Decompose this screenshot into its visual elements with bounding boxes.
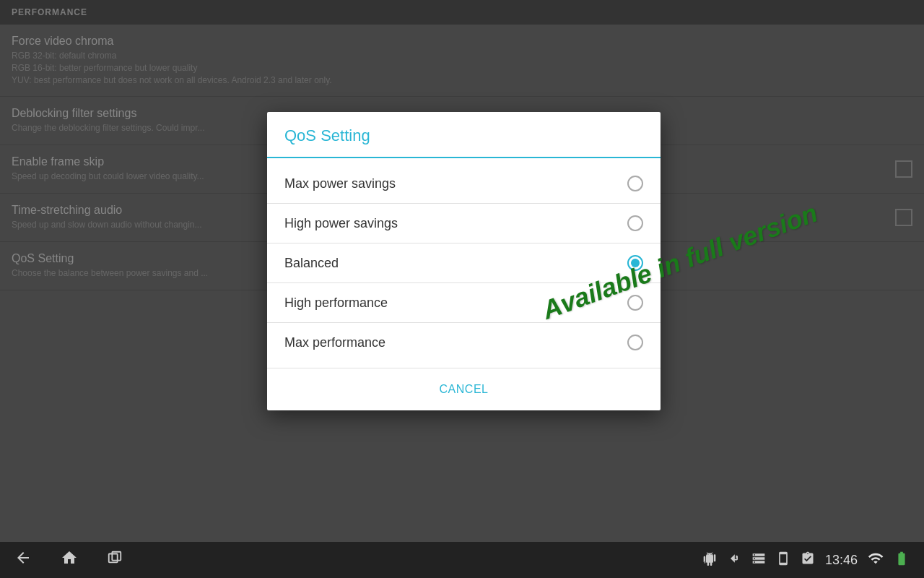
screenshot-icon	[776, 551, 790, 569]
option-label: High power savings	[284, 216, 398, 231]
dialog-options-list: Max power savings High power savings Bal…	[267, 158, 661, 368]
back-button[interactable]	[14, 549, 32, 571]
option-max-power-savings[interactable]: Max power savings	[267, 164, 661, 204]
option-max-performance[interactable]: Max performance	[267, 323, 661, 362]
dialog-actions: Cancel	[267, 368, 661, 410]
radio-balanced[interactable]	[627, 255, 643, 271]
task-icon	[801, 551, 815, 569]
option-label: Max power savings	[284, 176, 396, 191]
home-button[interactable]	[61, 549, 78, 571]
nav-right-status: 13:46	[702, 551, 910, 570]
recents-button[interactable]	[107, 550, 123, 570]
radio-selected-indicator	[631, 259, 640, 267]
usb-icon	[727, 551, 741, 569]
option-high-power-savings[interactable]: High power savings	[267, 204, 661, 243]
option-label: High performance	[284, 296, 388, 311]
svg-rect-1	[112, 552, 121, 561]
radio-high-performance[interactable]	[627, 295, 643, 311]
option-label: Max performance	[284, 335, 385, 350]
qos-dialog: QoS Setting Available in full version Ma…	[267, 112, 661, 410]
radio-max-power-savings[interactable]	[627, 176, 643, 191]
svg-rect-0	[109, 554, 118, 563]
storage-icon	[751, 551, 766, 569]
system-clock: 13:46	[825, 553, 858, 568]
android-icon	[702, 551, 717, 569]
battery-icon	[894, 551, 910, 570]
radio-high-power-savings[interactable]	[627, 215, 643, 231]
option-balanced[interactable]: Balanced	[267, 243, 661, 283]
cancel-button[interactable]: Cancel	[422, 377, 506, 402]
option-label: Balanced	[284, 256, 339, 271]
dialog-title: QoS Setting	[267, 112, 661, 158]
radio-max-performance[interactable]	[627, 335, 643, 350]
bottom-navbar: 13:46	[0, 542, 924, 578]
nav-left-controls	[14, 549, 123, 571]
option-high-performance[interactable]: High performance	[267, 283, 661, 323]
wifi-icon	[868, 551, 884, 570]
